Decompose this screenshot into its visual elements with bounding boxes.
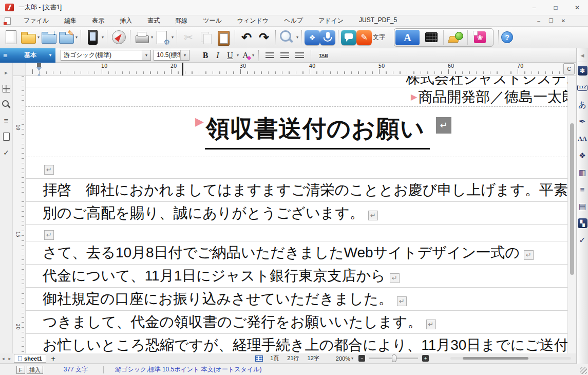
sender-person-line[interactable]: ▶商品開発部／徳島一太郎 — [26, 87, 567, 107]
save-icon[interactable]: ↓ — [40, 29, 58, 46]
body-line[interactable]: お忙しいところ恐縮ですが、経理手続き上の都合により、11月30日までにご送付 — [26, 334, 567, 353]
sheet-tab[interactable]: sheet1 — [14, 354, 46, 363]
blank-line[interactable]: ↵ — [26, 225, 567, 241]
ruler-c-button[interactable]: C — [563, 63, 575, 74]
menu-item-view[interactable]: 表示 — [84, 15, 112, 26]
menu-item-edit[interactable]: 編集 — [56, 15, 84, 26]
menu-item-tools[interactable]: ツール — [195, 15, 230, 26]
text-mode-button[interactable]: A — [395, 30, 420, 45]
font-size-dropdown-icon[interactable]: ▾ — [180, 50, 189, 60]
function-mode-toggle[interactable]: F — [16, 366, 25, 374]
font-color-button[interactable]: A — [239, 50, 252, 61]
doc-restore-button[interactable]: ❐ — [545, 18, 557, 24]
voice-input-icon[interactable] — [320, 30, 335, 45]
copies-icon[interactable]: ▥ — [577, 164, 588, 181]
blank-line[interactable]: ↵ — [26, 157, 567, 179]
expand-panel-icon[interactable]: ▸ — [0, 65, 13, 81]
insert-mode-toggle[interactable]: 挿入 — [27, 366, 43, 374]
collapse-panel-icon[interactable]: ◀ — [578, 50, 587, 62]
menu-item-insert[interactable]: 挿入 — [112, 15, 140, 26]
zoom-dropdown-icon[interactable]: ▾ — [351, 356, 353, 361]
underline-button[interactable]: U — [224, 50, 236, 61]
table-mode-button[interactable] — [420, 30, 444, 45]
hanako-mode-button[interactable]: ❀ — [468, 30, 492, 45]
zoom-level[interactable]: 200% — [336, 355, 350, 362]
font-color-dropdown-icon[interactable]: ▾ — [252, 53, 254, 58]
menu-item-format[interactable]: 書式 — [140, 15, 167, 26]
overview-grid-icon[interactable] — [0, 81, 13, 97]
copy-icon[interactable] — [197, 29, 215, 46]
doc-close-button[interactable]: ✕ — [557, 18, 570, 24]
vertical-scrollbar-thumb[interactable] — [570, 123, 574, 275]
open-folder-icon[interactable] — [20, 29, 37, 46]
body-line[interactable]: 代金について、11月1日にジャスト銀行東京支店から↵ — [26, 265, 567, 288]
tab-scroll-left-icon[interactable]: ◂ — [0, 356, 7, 361]
page-tool-icon[interactable] — [0, 128, 13, 144]
text-correction-icon[interactable]: ✎ — [356, 30, 372, 45]
cut-icon[interactable]: ✂ — [180, 29, 197, 46]
doc-minimize-button[interactable]: – — [533, 18, 545, 24]
align-right-icon[interactable] — [295, 52, 304, 59]
minimize-button[interactable]: – — [523, 0, 545, 15]
kana-input-icon[interactable]: あ — [577, 96, 588, 113]
align-left-icon[interactable] — [265, 52, 274, 59]
font-name-dropdown-icon[interactable]: ▾ — [142, 50, 150, 60]
vertical-scrollbar[interactable] — [567, 76, 576, 353]
font-size-select[interactable]: 10.5(標準) ▾ — [154, 50, 189, 61]
search-tool-icon[interactable] — [0, 97, 13, 113]
undo-icon[interactable]: ↶ — [238, 29, 255, 46]
mobile-view-icon[interactable] — [84, 29, 101, 46]
menu-item-border[interactable]: 罫線 — [167, 15, 195, 26]
checkered-icon[interactable]: ▚ — [577, 215, 588, 232]
font-name-select[interactable]: 游ゴシック(標準) ▾ — [61, 50, 151, 61]
tab-ruler-button[interactable]: TAB — [319, 53, 328, 58]
zoom-in-button[interactable]: ＋ — [422, 355, 429, 362]
open-folder-icon-dropdown[interactable]: ▾ — [37, 35, 40, 40]
help-icon[interactable]: ? — [501, 31, 513, 43]
underline-dropdown-icon[interactable]: ▾ — [237, 53, 239, 58]
flower-icon[interactable]: ✽ — [577, 62, 588, 79]
body-line[interactable]: 拝啓 御社におかれましてはますますご清栄のこととお慶び申し上げます。平素は — [26, 179, 567, 202]
save-as-icon[interactable]: ✎ — [58, 29, 75, 46]
title-line[interactable]: ▶領収書送付のお願い↵ — [26, 107, 567, 157]
window-memo-icon[interactable]: ▤ — [577, 198, 588, 215]
menu-item-window[interactable]: ウィンドウ — [230, 15, 276, 26]
navigation-icon[interactable] — [110, 29, 127, 46]
outline-lines-icon[interactable]: ≡ — [577, 181, 588, 198]
maximize-button[interactable]: □ — [545, 0, 566, 15]
menu-item-help[interactable]: ヘルプ — [276, 15, 311, 26]
add-sheet-button[interactable]: ＋ — [50, 354, 56, 363]
resize-grip[interactable] — [580, 367, 587, 374]
photo-badge-icon[interactable]: 112 — [577, 79, 588, 96]
document-menu-icon[interactable] — [5, 17, 11, 25]
bold-button[interactable]: B — [199, 50, 212, 61]
print-settings-icon-dropdown[interactable]: ▾ — [172, 35, 174, 40]
italic-button[interactable]: I — [212, 50, 224, 61]
menu-item-addin[interactable]: アドイン — [311, 15, 351, 26]
fonts-icon[interactable]: AA — [577, 130, 588, 147]
style-dropdown-icon[interactable]: ▼ — [48, 53, 52, 58]
margin-flag-marker[interactable] — [37, 63, 41, 67]
menu-item-just-pdf[interactable]: JUST_PDF_5 — [351, 15, 405, 26]
print-icon[interactable] — [133, 29, 150, 46]
shape-mode-button[interactable] — [444, 30, 468, 45]
search-icon[interactable] — [278, 29, 296, 46]
body-line[interactable]: つきまして、代金の領収書のご発行をお願いいたします。↵ — [26, 311, 567, 334]
indent-marker[interactable] — [36, 67, 42, 76]
print-icon-dropdown[interactable]: ▾ — [151, 35, 153, 40]
paste-icon[interactable] — [215, 29, 232, 46]
window-media-icon[interactable]: ❖ — [577, 147, 588, 164]
document-editing-area[interactable]: 株式会社ジャストシステム▶商品開発部／徳島一太郎▶領収書送付のお願い↵↵拝啓 御… — [26, 76, 567, 353]
zoom-out-button[interactable]: － — [358, 355, 365, 362]
hamburger-icon[interactable]: ≡ — [3, 51, 7, 60]
mobile-view-icon-dropdown[interactable]: ▾ — [102, 35, 104, 40]
horizontal-scrollbar[interactable] — [450, 357, 571, 360]
menu-item-file[interactable]: ファイル — [16, 15, 56, 26]
tab-scroll-right-icon[interactable]: ▸ — [7, 356, 13, 361]
body-line[interactable]: 別のご高配を賜り、誠にありがとうございます。↵ — [26, 202, 567, 225]
redo-icon[interactable]: ↷ — [255, 29, 273, 46]
sender-company-line[interactable]: 株式会社ジャストシステム — [26, 76, 567, 87]
align-center-icon[interactable] — [280, 52, 289, 59]
proof-check-icon[interactable]: ✓ — [0, 144, 13, 160]
view-mode-icon[interactable] — [255, 355, 263, 362]
